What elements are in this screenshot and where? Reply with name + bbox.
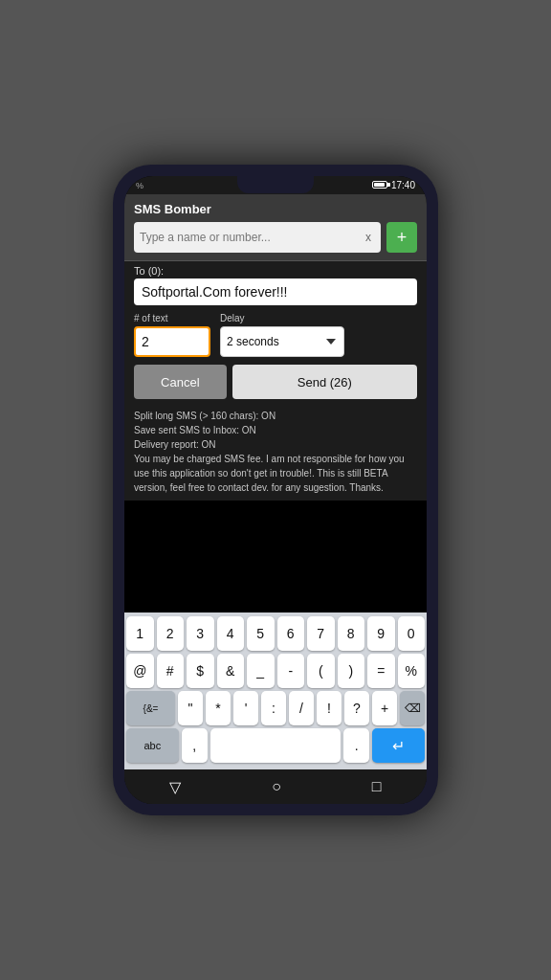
back-button[interactable]: ▽ — [164, 772, 187, 802]
keyboard-row-bottom: abc , . ↵ — [126, 728, 425, 763]
search-row: x + — [134, 222, 417, 253]
key-space[interactable] — [210, 728, 341, 763]
key-exclamation[interactable]: ! — [317, 691, 342, 725]
key-9[interactable]: 9 — [367, 616, 395, 651]
search-input[interactable] — [140, 231, 362, 244]
key-0[interactable]: 0 — [398, 616, 426, 651]
info-text: Split long SMS (> 160 chars): ON Save se… — [124, 403, 427, 501]
phone-screen: % 17:40 SMS Bomber x + — [124, 176, 427, 804]
home-button[interactable]: ○ — [266, 772, 287, 801]
info-line-1: Split long SMS (> 160 chars): ON — [134, 409, 417, 423]
key-dash[interactable]: - — [277, 654, 305, 688]
key-underscore[interactable]: _ — [247, 654, 275, 688]
key-period[interactable]: . — [343, 728, 369, 763]
key-5[interactable]: 5 — [247, 616, 275, 651]
key-dollar[interactable]: $ — [187, 654, 214, 688]
search-input-wrapper: x — [134, 222, 381, 253]
key-4[interactable]: 4 — [217, 616, 245, 651]
phone-device: % 17:40 SMS Bomber x + — [113, 165, 438, 815]
key-at[interactable]: @ — [126, 654, 154, 688]
key-comma[interactable]: , — [182, 728, 208, 763]
key-plus[interactable]: + — [372, 691, 397, 725]
number-of-text-input[interactable] — [134, 326, 210, 357]
clock: 17:40 — [391, 180, 415, 190]
keyboard-row-symbols1: @ # $ & _ - ( ) = % — [126, 654, 425, 688]
battery-indicator — [370, 180, 387, 190]
key-percent[interactable]: % — [398, 654, 426, 688]
key-3[interactable]: 3 — [187, 616, 214, 651]
key-8[interactable]: 8 — [338, 616, 365, 651]
key-hash[interactable]: # — [157, 654, 185, 688]
recent-button[interactable]: □ — [366, 772, 387, 801]
key-ampersand[interactable]: & — [217, 654, 245, 688]
cancel-button[interactable]: Cancel — [134, 365, 227, 399]
key-braces-toggle[interactable]: {&= — [126, 691, 175, 725]
info-line-4: You may be charged SMS fee. I am not res… — [134, 452, 417, 495]
key-colon[interactable]: : — [261, 691, 286, 725]
key-2[interactable]: 2 — [157, 616, 185, 651]
key-apostrophe[interactable]: ' — [233, 691, 258, 725]
number-of-text-group: # of text — [134, 313, 210, 357]
action-buttons: Cancel Send (26) — [124, 361, 427, 403]
key-7[interactable]: 7 — [307, 616, 335, 651]
app-content: SMS Bomber x + To (0): Softportal.Com fo… — [124, 194, 427, 804]
delay-label: Delay — [220, 313, 344, 323]
add-contact-button[interactable]: + — [386, 222, 417, 253]
info-line-2: Save sent SMS to Inbox: ON — [134, 423, 417, 437]
delay-group: Delay 1 second 2 seconds 3 seconds 5 sec… — [220, 313, 344, 357]
keyboard-row-numbers: 1 2 3 4 5 6 7 8 9 0 — [126, 616, 425, 651]
delay-select[interactable]: 1 second 2 seconds 3 seconds 5 seconds 1… — [220, 326, 344, 357]
key-abc[interactable]: abc — [126, 728, 179, 763]
nav-bar: ▽ ○ □ — [124, 769, 427, 804]
app-title: SMS Bomber — [134, 202, 417, 216]
key-quote[interactable]: " — [178, 691, 203, 725]
to-label: To (0): — [124, 261, 427, 278]
key-backspace[interactable]: ⌫ — [400, 691, 425, 725]
info-line-3: Delivery report: ON — [134, 437, 417, 452]
key-asterisk[interactable]: * — [206, 691, 231, 725]
key-enter[interactable]: ↵ — [372, 728, 425, 763]
controls-row: # of text Delay 1 second 2 seconds 3 sec… — [124, 309, 427, 361]
content-spacer — [124, 501, 427, 612]
key-slash[interactable]: / — [289, 691, 314, 725]
key-equals[interactable]: = — [367, 654, 395, 688]
number-of-text-label: # of text — [134, 313, 210, 323]
app-header: SMS Bomber x + — [124, 194, 427, 261]
key-question[interactable]: ? — [344, 691, 369, 725]
key-1[interactable]: 1 — [126, 616, 154, 651]
keyboard-row-symbols2: {&= " * ' : / ! ? + ⌫ — [126, 691, 425, 725]
key-close-paren[interactable]: ) — [338, 654, 365, 688]
keyboard: 1 2 3 4 5 6 7 8 9 0 @ # $ & _ — [124, 612, 427, 769]
message-text: Softportal.Com forever!!! — [134, 278, 417, 305]
send-button[interactable]: Send (26) — [232, 365, 417, 399]
key-6[interactable]: 6 — [277, 616, 305, 651]
key-open-paren[interactable]: ( — [307, 654, 335, 688]
phone-notch — [237, 176, 314, 193]
clear-button[interactable]: x — [362, 229, 375, 246]
signal-indicator: % — [136, 181, 143, 190]
